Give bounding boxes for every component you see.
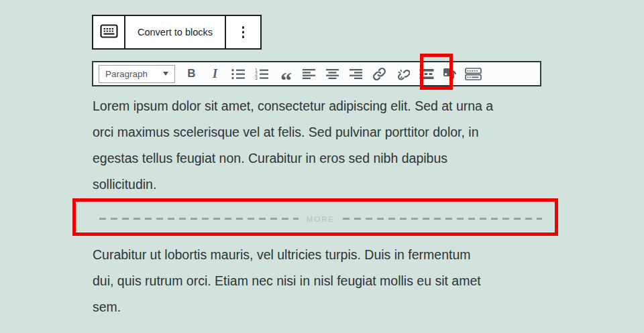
bulleted-list-icon — [231, 68, 246, 80]
italic-button[interactable]: I — [203, 62, 227, 85]
classic-block-editor: Convert to blocks Paragraph B I — [0, 0, 644, 333]
paragraph-block-1[interactable]: Lorem ipsum dolor sit amet, consectetur … — [93, 93, 549, 198]
paragraph-line: egestas tellus feugiat non. Curabitur in… — [93, 145, 549, 172]
dropdown-caret-icon — [163, 72, 168, 76]
paragraph-line: dui, quis rutrum orci. Etiam nec nisi in… — [93, 268, 549, 294]
bold-button[interactable]: B — [180, 62, 203, 85]
paragraph-style-dropdown[interactable]: Paragraph — [99, 65, 175, 83]
read-more-divider[interactable]: MORE — [99, 214, 542, 224]
keyboard-icon — [100, 24, 118, 41]
classic-block-button[interactable] — [93, 16, 124, 48]
vertical-ellipsis-icon — [242, 26, 245, 29]
align-center-button[interactable] — [321, 62, 344, 85]
unlink-button[interactable] — [391, 62, 415, 85]
block-toolbar: Convert to blocks — [92, 15, 262, 50]
more-tag-icon — [419, 68, 434, 80]
paragraph-line: orci maximus scelerisque vel at felis. S… — [93, 119, 549, 145]
bold-icon: B — [187, 67, 195, 80]
align-right-button[interactable] — [344, 62, 368, 85]
align-center-icon — [326, 69, 339, 79]
numbered-list-button[interactable]: 1 2 3 — [250, 62, 274, 85]
blockquote-button[interactable]: “ — [274, 62, 297, 85]
numbered-list-icon: 1 2 3 — [255, 68, 269, 80]
more-tag-button[interactable] — [415, 62, 438, 85]
unlink-icon — [396, 67, 410, 81]
paragraph-style-value: Paragraph — [105, 69, 148, 79]
add-media-button[interactable] — [438, 62, 462, 85]
link-button[interactable] — [368, 62, 391, 85]
link-icon — [372, 67, 386, 81]
bulleted-list-button[interactable] — [227, 62, 250, 85]
svg-text:3: 3 — [255, 76, 258, 80]
italic-icon: I — [213, 67, 217, 81]
align-left-button[interactable] — [297, 62, 321, 85]
paragraph-block-2[interactable]: Curabitur ut lobortis mauris, vel ultric… — [93, 242, 549, 320]
more-divider-dashes-right — [343, 218, 542, 220]
convert-to-blocks-button[interactable]: Convert to blocks — [124, 16, 225, 48]
paragraph-line: sem. — [93, 294, 549, 320]
paragraph-line: Lorem ipsum dolor sit amet, consectetur … — [93, 93, 549, 119]
toolbar-toggle-icon — [465, 68, 482, 80]
add-media-icon — [443, 68, 458, 80]
align-left-icon — [303, 69, 315, 79]
align-right-icon — [350, 69, 362, 79]
formatting-toolbar: Paragraph B I 1 2 3 — [92, 61, 541, 86]
more-divider-label: MORE — [307, 215, 335, 223]
paragraph-line: sollicitudin. — [93, 172, 549, 198]
options-menu-button[interactable] — [225, 16, 260, 48]
paragraph-line: Curabitur ut lobortis mauris, vel ultric… — [93, 242, 549, 268]
toolbar-toggle-button[interactable] — [462, 62, 485, 85]
more-divider-dashes-left — [99, 218, 299, 220]
